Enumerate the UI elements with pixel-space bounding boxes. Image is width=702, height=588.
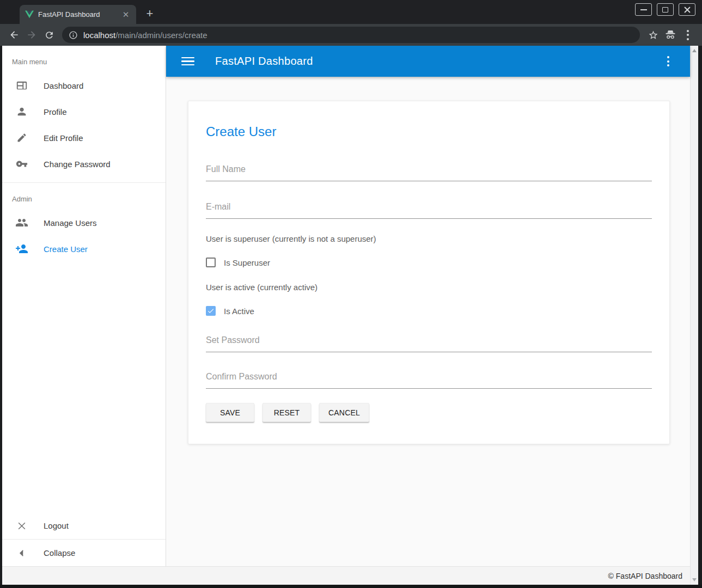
active-note: User is active (currently active) <box>206 283 652 292</box>
menu-toggle-button[interactable] <box>178 52 198 71</box>
appbar-title: FastAPI Dashboard <box>215 55 658 68</box>
incognito-icon <box>664 30 676 40</box>
sidebar-item-label: Profile <box>44 107 67 117</box>
sidebar-item-label: Manage Users <box>44 218 97 228</box>
sidebar-item-label: Create User <box>44 244 88 254</box>
save-button[interactable]: SAVE <box>206 403 254 422</box>
pencil-icon <box>15 131 28 144</box>
browser-titlebar: FastAPI Dashboard ✕ + <box>0 0 702 24</box>
is-active-checkbox[interactable] <box>206 306 216 316</box>
vue-logo-icon <box>25 10 34 19</box>
sidebar-item-dashboard[interactable]: Dashboard <box>2 72 166 99</box>
scroll-down-icon[interactable] <box>692 578 697 581</box>
sidebar-section-admin: Admin Manage Users Create User <box>2 183 166 262</box>
bookmark-star-icon <box>648 30 658 40</box>
appbar-menu-button[interactable] <box>658 52 678 71</box>
sidebar-item-label: Logout <box>44 521 69 530</box>
window-bottom-border <box>0 585 702 588</box>
sidebar-item-create-user[interactable]: Create User <box>2 236 166 262</box>
forward-button[interactable] <box>23 26 40 44</box>
sidebar-item-change-password[interactable]: Change Password <box>2 151 166 177</box>
page-info-icon <box>69 30 78 40</box>
cancel-button[interactable]: CANCEL <box>319 403 369 422</box>
main-area: FastAPI Dashboard Create User Use <box>166 46 690 566</box>
sidebar-section-main-menu: Main menu Dashboard Profile <box>2 46 166 177</box>
is-active-label: Is Active <box>224 307 254 316</box>
page-title: Create User <box>206 124 652 139</box>
sidebar-section-label: Admin <box>2 195 166 210</box>
person-icon <box>15 105 28 118</box>
minimize-button[interactable] <box>635 3 652 16</box>
full-name-input[interactable] <box>206 164 652 181</box>
sidebar: Main menu Dashboard Profile <box>2 46 166 566</box>
is-superuser-checkbox[interactable] <box>206 258 216 267</box>
reload-icon <box>44 30 54 40</box>
browser-window: FastAPI Dashboard ✕ + localhost/main/adm… <box>0 0 702 588</box>
back-button[interactable] <box>5 26 23 44</box>
appbar-kebab-icon <box>667 56 669 66</box>
page-viewport: Main menu Dashboard Profile <box>2 46 690 585</box>
footer-copyright: © FastAPI Dashboard <box>608 572 682 580</box>
page-scrollbar[interactable] <box>690 46 698 585</box>
reload-button[interactable] <box>40 26 58 44</box>
set-password-input[interactable] <box>206 335 652 352</box>
key-icon <box>15 157 28 170</box>
address-bar[interactable]: localhost/main/admin/users/create <box>62 27 640 43</box>
scroll-up-icon[interactable] <box>692 49 697 52</box>
sidebar-item-edit-profile[interactable]: Edit Profile <box>2 125 166 151</box>
email-input[interactable] <box>206 202 652 219</box>
tab-title: FastAPI Dashboard <box>38 10 121 19</box>
close-window-icon <box>684 7 691 13</box>
url-path: /main/admin/users/create <box>115 30 207 40</box>
is-active-checkbox-row[interactable]: Is Active <box>206 306 652 316</box>
create-user-card: Create User User is superuser (currently… <box>188 101 670 444</box>
confirm-password-input[interactable] <box>206 372 652 389</box>
appbar: FastAPI Dashboard <box>166 46 690 77</box>
browser-menu-button[interactable] <box>679 26 697 44</box>
sidebar-item-profile[interactable]: Profile <box>2 99 166 125</box>
browser-tab[interactable]: FastAPI Dashboard ✕ <box>20 5 136 24</box>
sidebar-item-label: Change Password <box>44 160 111 169</box>
browser-menu-icon <box>687 30 689 40</box>
close-icon <box>15 519 28 532</box>
maximize-icon <box>662 7 668 13</box>
page-content: Create User User is superuser (currently… <box>166 77 690 566</box>
sidebar-bottom: Logout Collapse <box>2 512 166 566</box>
sidebar-item-logout[interactable]: Logout <box>2 512 166 539</box>
people-icon <box>15 216 28 229</box>
bookmark-button[interactable] <box>644 26 662 44</box>
superuser-note: User is superuser (currently is not a su… <box>206 234 652 243</box>
back-icon <box>9 29 20 40</box>
url-host: localhost <box>83 30 115 40</box>
sidebar-section-label: Main menu <box>2 58 166 72</box>
browser-toolbar: localhost/main/admin/users/create <box>0 24 702 46</box>
sidebar-item-collapse[interactable]: Collapse <box>2 540 166 566</box>
is-superuser-label: Is Superuser <box>224 258 270 267</box>
dashboard-icon <box>15 79 28 92</box>
person-add-icon <box>15 242 28 255</box>
sidebar-item-label: Collapse <box>44 548 75 558</box>
close-window-button[interactable] <box>679 3 695 16</box>
sidebar-item-label: Dashboard <box>44 81 83 90</box>
chevron-left-icon <box>15 547 28 560</box>
checkmark-icon <box>207 307 215 315</box>
tab-close-icon[interactable]: ✕ <box>121 10 131 20</box>
sidebar-item-manage-users[interactable]: Manage Users <box>2 210 166 236</box>
window-controls <box>635 3 695 16</box>
reset-button[interactable]: RESET <box>263 403 311 422</box>
forward-icon <box>26 29 37 40</box>
form-actions: SAVE RESET CANCEL <box>206 403 652 422</box>
url-text: localhost/main/admin/users/create <box>83 30 207 40</box>
maximize-button[interactable] <box>657 3 674 16</box>
hamburger-icon <box>181 55 194 68</box>
is-superuser-checkbox-row[interactable]: Is Superuser <box>206 258 652 267</box>
minimize-icon <box>640 9 647 10</box>
new-tab-button[interactable]: + <box>143 7 157 21</box>
sidebar-item-label: Edit Profile <box>44 133 83 143</box>
window-right-border <box>698 46 702 585</box>
incognito-indicator <box>662 26 679 44</box>
page-footer: © FastAPI Dashboard <box>2 566 690 585</box>
